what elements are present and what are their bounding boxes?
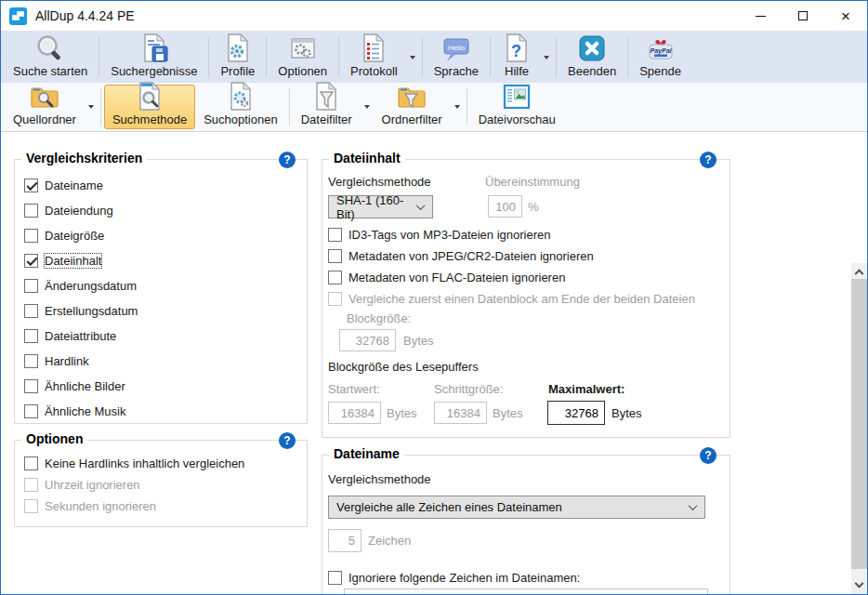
checkbox-aehnliche-musik[interactable]: Ähnliche Musik bbox=[24, 403, 125, 419]
checkbox-dateiendung[interactable]: Dateiendung bbox=[24, 203, 113, 218]
file-preview-button[interactable]: Dateivorschau bbox=[470, 85, 564, 129]
file-name-group-title: Dateiname bbox=[329, 446, 404, 461]
exit-button[interactable]: Beenden bbox=[559, 33, 625, 81]
folder-filter-dropdown-arrow[interactable] bbox=[451, 85, 464, 129]
start-search-button[interactable]: Suche starten bbox=[5, 33, 96, 81]
checkbox-box bbox=[24, 304, 38, 318]
chars-unit-label: Zeichen bbox=[368, 534, 411, 548]
help-button[interactable]: ? Hilfe bbox=[493, 33, 540, 81]
checkbox-label: Ähnliche Musik bbox=[45, 404, 125, 418]
block-size-label: Blockgröße: bbox=[347, 311, 411, 325]
options-label: Optionen bbox=[278, 64, 327, 78]
checkbox-ignore-chars[interactable]: Ignoriere folgende Zeichen im Dateinamen… bbox=[328, 570, 580, 586]
search-options-label: Suchoptionen bbox=[204, 112, 278, 126]
close-button[interactable]: × bbox=[824, 1, 867, 31]
language-button[interactable]: Hello Sprache bbox=[426, 33, 487, 81]
options-button[interactable]: Optionen bbox=[270, 33, 335, 81]
caret-down-icon bbox=[410, 56, 415, 60]
comparison-criteria-help-icon[interactable]: ? bbox=[279, 152, 296, 168]
checkbox-label: Dateiname bbox=[45, 178, 103, 192]
checkbox-uhrzeit-ignorieren: Uhrzeit ignorieren bbox=[24, 477, 140, 493]
source-folders-button[interactable]: Quellordner bbox=[5, 85, 85, 129]
checkbox-erstellungsdatum[interactable]: Erstellungsdatum bbox=[24, 303, 138, 319]
file-filter-dropdown-arrow[interactable] bbox=[361, 85, 374, 129]
checkbox-dateiattribute[interactable]: Dateiattribute bbox=[24, 328, 116, 344]
checkbox-box bbox=[328, 228, 342, 242]
chevron-down-icon bbox=[416, 201, 426, 210]
vertical-scrollbar[interactable] bbox=[851, 263, 867, 594]
checkbox-box bbox=[24, 499, 38, 513]
checkbox-compare-end-block: Vergleiche zuerst einen Datenblock am En… bbox=[328, 291, 695, 307]
start-value-unit: Bytes bbox=[387, 406, 417, 420]
file-content-group-title: Dateiinhalt bbox=[329, 151, 405, 165]
hash-method-value: SHA-1 (160-Bit) bbox=[336, 193, 410, 221]
checkbox-box bbox=[24, 329, 38, 343]
donate-button[interactable]: PayPal Spende bbox=[631, 33, 690, 81]
checkbox-dateigroesse[interactable]: Dateigröße bbox=[24, 228, 104, 244]
toolbar-separator bbox=[100, 88, 101, 126]
log-button[interactable]: Protokoll bbox=[342, 33, 406, 81]
search-method-tab[interactable]: Suchmethode bbox=[104, 85, 195, 129]
file-name-group-help-icon[interactable]: ? bbox=[700, 447, 717, 464]
filename-method-dropdown[interactable]: Vergleiche alle Zeichen eines Dateinamen bbox=[328, 496, 705, 519]
log-dropdown-arrow[interactable] bbox=[406, 33, 419, 81]
profiles-button[interactable]: Profile bbox=[212, 33, 263, 81]
minimize-button[interactable] bbox=[739, 1, 782, 31]
chevron-down-icon bbox=[689, 501, 698, 510]
search-method-label: Suchmethode bbox=[112, 112, 187, 126]
search-options-button[interactable]: Suchoptionen bbox=[195, 85, 286, 129]
alldup-window: AllDup 4.4.24 PE × Suche starten Sucherg… bbox=[0, 0, 868, 595]
options-group-help-icon[interactable]: ? bbox=[279, 432, 296, 449]
options-icon bbox=[288, 33, 318, 63]
minimize-icon bbox=[756, 16, 766, 17]
checkbox-dateiinhalt[interactable]: Dateiinhalt bbox=[24, 253, 101, 269]
checkbox-label: Ähnliche Bilder bbox=[45, 379, 125, 393]
help-label: Hilfe bbox=[505, 64, 529, 78]
checkbox-box bbox=[328, 292, 342, 306]
options-group: Optionen ? Keine Hardlinks inhaltlich ve… bbox=[14, 440, 308, 527]
toolbar-separator bbox=[422, 37, 423, 77]
donate-icon: PayPal bbox=[646, 33, 676, 63]
toolbar-separator bbox=[490, 37, 491, 77]
scroll-up-button[interactable] bbox=[851, 263, 867, 279]
file-filter-button[interactable]: Dateifilter bbox=[293, 85, 361, 129]
log-icon bbox=[359, 33, 388, 63]
start-value-label: Startwert: bbox=[328, 382, 380, 396]
checkbox-hardlink[interactable]: Hardlink bbox=[24, 353, 89, 369]
checkbox-dateiname[interactable]: Dateiname bbox=[24, 178, 103, 193]
file-content-group-help-icon[interactable]: ? bbox=[700, 152, 717, 168]
scrollbar-thumb[interactable] bbox=[851, 279, 867, 569]
checkbox-keine-hardlinks[interactable]: Keine Hardlinks inhaltlich vergleichen bbox=[24, 456, 244, 471]
hash-method-dropdown[interactable]: SHA-1 (160-Bit) bbox=[328, 195, 433, 218]
ignore-chars-input[interactable] bbox=[344, 588, 708, 595]
search-results-button[interactable]: Suchergebnisse bbox=[102, 33, 205, 81]
checkbox-label: Metadaten von JPEG/CR2-Dateien ignoriere… bbox=[349, 249, 594, 263]
folder-filter-icon bbox=[397, 82, 427, 112]
checkbox-box bbox=[24, 254, 38, 268]
search-results-label: Suchergebnisse bbox=[111, 64, 197, 78]
language-label: Sprache bbox=[434, 64, 479, 78]
folder-filter-button[interactable]: Ordnerfilter bbox=[374, 85, 451, 129]
max-value-input[interactable] bbox=[547, 401, 605, 425]
caret-down-icon bbox=[454, 105, 460, 109]
checkbox-box bbox=[24, 404, 38, 418]
checkbox-sekunden-ignorieren: Sekunden ignorieren bbox=[24, 498, 156, 514]
checkbox-box bbox=[24, 279, 38, 293]
checkbox-id3-tags[interactable]: ID3-Tags von MP3-Dateien ignorieren bbox=[328, 227, 551, 243]
toolbar-separator bbox=[266, 37, 267, 77]
profiles-icon bbox=[223, 33, 253, 63]
checkbox-aenderungsdatum[interactable]: Änderungsdatum bbox=[24, 278, 137, 294]
checkbox-jpeg-metadata[interactable]: Metadaten von JPEG/CR2-Dateien ignoriere… bbox=[328, 248, 594, 264]
scroll-down-button[interactable] bbox=[851, 578, 867, 594]
maximize-button[interactable] bbox=[782, 1, 824, 31]
checkbox-aehnliche-bilder[interactable]: Ähnliche Bilder bbox=[24, 378, 125, 394]
source-folders-dropdown-arrow[interactable] bbox=[85, 85, 98, 129]
donate-label: Spende bbox=[639, 64, 681, 78]
percent-unit-label: % bbox=[528, 200, 539, 214]
help-dropdown-arrow[interactable] bbox=[540, 33, 553, 81]
language-icon: Hello bbox=[441, 33, 471, 63]
profiles-label: Profile bbox=[220, 64, 255, 78]
main-toolbar: Suche starten Suchergebnisse Profile Opt… bbox=[1, 31, 867, 83]
checkbox-flac-metadata[interactable]: Metadaten von FLAC-Dateien ignorieren bbox=[328, 270, 565, 285]
toolbar-separator bbox=[467, 88, 467, 126]
